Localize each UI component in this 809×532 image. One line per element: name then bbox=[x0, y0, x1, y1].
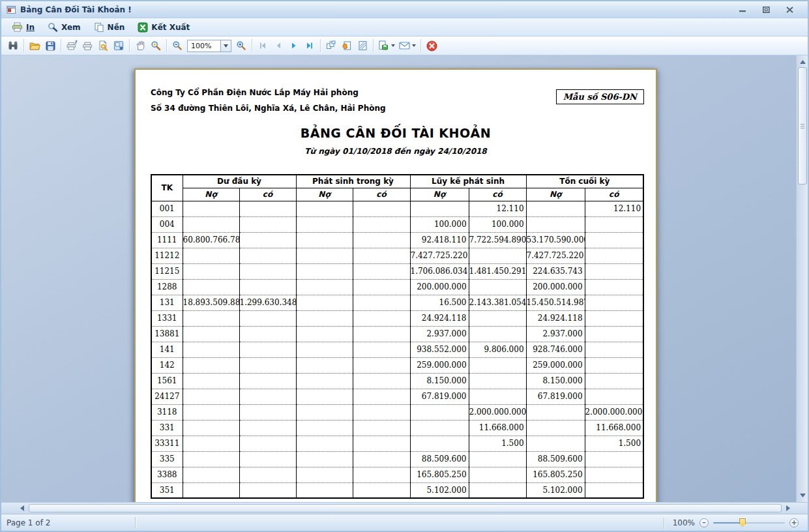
amount-cell bbox=[469, 373, 526, 389]
amount-cell bbox=[585, 263, 643, 279]
table-row: 13118.893.509.8891.299.630.34816.5002.14… bbox=[151, 295, 643, 310]
amount-cell: 88.509.600 bbox=[410, 451, 469, 467]
amount-cell bbox=[585, 310, 643, 326]
amount-cell: 100.000 bbox=[469, 216, 526, 232]
amount-cell bbox=[353, 310, 410, 326]
amount-cell: 16.500 bbox=[410, 295, 469, 310]
amount-cell bbox=[296, 404, 353, 420]
page-setup-icon[interactable] bbox=[95, 38, 111, 53]
email-icon[interactable] bbox=[397, 38, 418, 53]
menu-item-label: Kết Xuất bbox=[151, 23, 190, 32]
amount-cell: 200.000.000 bbox=[526, 279, 585, 295]
horizontal-scroll-thumb[interactable] bbox=[29, 504, 782, 512]
menu-item-background[interactable]: Nền bbox=[90, 20, 132, 35]
amount-cell bbox=[183, 436, 239, 451]
close-preview-icon[interactable] bbox=[424, 38, 439, 53]
scroll-left-icon[interactable] bbox=[17, 503, 27, 513]
menu-item-print[interactable]: In bbox=[8, 20, 41, 34]
company-name: Công Ty Cổ Phần Điện Nước Lắp Máy Hải ph… bbox=[151, 88, 359, 97]
account-number-cell: 33311 bbox=[151, 436, 183, 451]
amount-cell bbox=[353, 326, 410, 342]
amount-cell bbox=[353, 263, 410, 279]
last-page-icon[interactable] bbox=[302, 38, 317, 53]
subheader-debit: Nợ bbox=[296, 188, 353, 201]
toolbar-separator bbox=[252, 39, 252, 52]
amount-cell bbox=[239, 342, 296, 357]
amount-cell: 1.500 bbox=[469, 436, 526, 451]
statusbar-separator bbox=[135, 517, 136, 528]
amount-cell bbox=[183, 482, 239, 498]
print-options-icon[interactable]: ? bbox=[64, 38, 80, 53]
amount-cell bbox=[526, 404, 585, 420]
account-number-cell: 1111 bbox=[151, 232, 183, 248]
minimize-button[interactable] bbox=[736, 5, 749, 15]
zoom-out-button[interactable]: – bbox=[699, 518, 709, 527]
table-row: 15618.150.0008.150.000 bbox=[151, 373, 643, 389]
zoom-out-icon[interactable] bbox=[169, 38, 185, 53]
zoom-tool-icon[interactable] bbox=[148, 38, 164, 53]
table-row: 138812.937.0002.937.000 bbox=[151, 326, 643, 342]
subheader-debit: Nợ bbox=[183, 188, 239, 201]
table-row: 333111.5001.500 bbox=[151, 436, 643, 451]
amount-cell bbox=[469, 357, 526, 373]
amount-cell: 12.110 bbox=[585, 201, 643, 216]
zoom-combobox[interactable]: 100% bbox=[187, 40, 231, 52]
amount-cell: 2.937.000 bbox=[526, 326, 585, 342]
amount-cell bbox=[296, 436, 353, 451]
scroll-right-icon[interactable] bbox=[783, 503, 793, 513]
amount-cell: 8.150.000 bbox=[410, 373, 469, 389]
zoom-slider[interactable] bbox=[713, 518, 785, 527]
amount-cell bbox=[353, 373, 410, 389]
amount-cell bbox=[585, 216, 643, 232]
account-number-cell: 11212 bbox=[151, 248, 183, 263]
menu-item-view[interactable]: Xem bbox=[44, 20, 87, 34]
titlebar[interactable]: Bảng Cân Đối Tài Khoản ! bbox=[1, 1, 808, 18]
prev-page-icon[interactable] bbox=[271, 38, 286, 53]
account-number-cell: 131 bbox=[151, 295, 183, 310]
find-icon[interactable] bbox=[5, 38, 21, 53]
amount-cell bbox=[585, 232, 643, 248]
toolbar-separator bbox=[129, 39, 130, 52]
multiple-pages-icon[interactable] bbox=[323, 38, 339, 53]
scroll-up-icon[interactable] bbox=[797, 57, 808, 67]
amount-cell: 1.706.086.034 bbox=[410, 263, 469, 279]
amount-cell bbox=[239, 357, 296, 373]
amount-cell: 165.805.250 bbox=[410, 467, 469, 482]
print-icon[interactable] bbox=[80, 38, 95, 53]
scale-icon[interactable] bbox=[111, 38, 126, 53]
zoom-in-icon[interactable] bbox=[233, 38, 249, 53]
save-icon[interactable] bbox=[42, 38, 58, 53]
vertical-scroll-thumb[interactable] bbox=[798, 67, 807, 185]
table-row: 141938.552.0009.806.000928.746.000 bbox=[151, 342, 643, 357]
account-number-cell: 3388 bbox=[151, 467, 183, 482]
horizontal-scrollbar[interactable] bbox=[1, 502, 808, 514]
hand-tool-icon[interactable] bbox=[132, 38, 148, 53]
account-number-cell: 335 bbox=[151, 451, 183, 467]
page-color-icon[interactable] bbox=[339, 38, 355, 53]
amount-cell bbox=[353, 248, 410, 263]
amount-cell: 100.000 bbox=[410, 216, 469, 232]
amount-cell bbox=[239, 436, 296, 451]
amount-cell bbox=[296, 216, 353, 232]
open-icon[interactable] bbox=[27, 38, 42, 53]
amount-cell: 11.668.000 bbox=[469, 420, 526, 436]
window-form-icon bbox=[7, 5, 16, 14]
maximize-button[interactable] bbox=[759, 5, 772, 15]
amount-cell bbox=[585, 389, 643, 404]
zoom-value[interactable]: 100% bbox=[187, 40, 221, 52]
amount-cell bbox=[585, 451, 643, 467]
export-document-icon[interactable] bbox=[376, 38, 397, 53]
close-button[interactable] bbox=[783, 5, 796, 15]
account-number-cell: 1561 bbox=[151, 373, 183, 389]
first-page-icon[interactable] bbox=[255, 38, 271, 53]
next-page-icon[interactable] bbox=[286, 38, 302, 53]
zoom-slider-thumb[interactable] bbox=[739, 518, 746, 527]
watermark-icon[interactable] bbox=[355, 38, 370, 53]
amount-cell bbox=[410, 420, 469, 436]
menu-item-export[interactable]: Kết Xuất bbox=[134, 20, 196, 35]
zoom-in-button[interactable]: + bbox=[789, 518, 799, 527]
zoom-dropdown-button[interactable] bbox=[221, 40, 231, 52]
scroll-down-icon[interactable] bbox=[797, 490, 808, 501]
amount-cell bbox=[183, 216, 239, 232]
vertical-scrollbar[interactable] bbox=[796, 55, 808, 502]
